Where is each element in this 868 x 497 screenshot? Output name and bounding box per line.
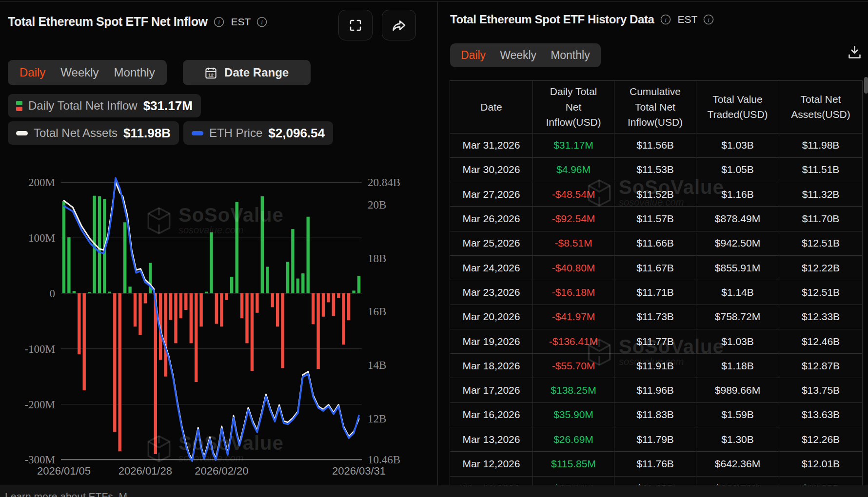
share-button[interactable] [382,10,416,40]
table-period-tab-group: Daily Weekly Monthly [450,43,601,67]
cell-daily-inflow: -$40.80M [533,255,614,280]
right-axis-tick: 16B [368,306,386,318]
tab-daily[interactable]: Daily [461,49,486,62]
cell-value-traded: $942.50M [696,231,779,255]
column-header: Total Value Traded(USD) [696,81,779,134]
inflow-bar [67,237,70,293]
inflow-bar [352,290,355,293]
cell-net-assets: $12.26B [779,427,863,452]
inflow-bar [179,293,182,318]
cell-date: Mar 23,2026 [450,280,533,305]
cell-daily-inflow: $57.01M [533,476,614,485]
cell-net-assets: $12.51B [779,231,863,255]
cell-date: Mar 13,2026 [450,427,533,452]
left-panel-header: Total Ethereum Spot ETF Net Inflow i EST… [8,15,268,29]
table-row: Mar 30,2026$4.96M$11.53B$1.05B$11.51B [450,157,863,182]
cell-value-traded: $1.18B [696,354,779,378]
column-header: Total Net Assets(USD) [779,81,863,134]
cell-date: Mar 20,2026 [450,305,533,329]
inflow-bar [169,293,172,320]
cell-cumulative-inflow: $11.57B [614,207,696,231]
cell-cumulative-inflow: $11.96B [614,378,696,402]
inflow-bar [215,293,218,324]
cell-date: Mar 27,2026 [450,182,533,207]
inflow-bar [291,229,294,293]
right-axis-tick: 18B [368,252,386,265]
svg-text:i: i [261,18,263,25]
inflow-bar [159,293,162,360]
cell-date: Mar 17,2026 [450,378,533,402]
cell-daily-inflow: -$136.41M [533,329,614,353]
cell-cumulative-inflow: $11.65B [614,476,696,485]
date-range-button[interactable]: 12 Date Range [183,60,311,85]
legend-daily-net-inflow[interactable]: Daily Total Net Inflow $31.17M [8,94,201,117]
download-icon [847,45,862,60]
info-icon[interactable]: i [703,14,714,25]
cell-daily-inflow: -$8.51M [533,231,614,255]
legend-row: Total Net Assets $11.98B ETH Price $2,09… [8,121,333,145]
cell-net-assets: $12.87B [779,354,863,378]
inflow-bar [251,293,254,371]
cell-net-assets: $11.70B [779,207,863,231]
cell-date: Mar 30,2026 [450,157,533,182]
cell-net-assets: $13.75B [779,378,863,402]
inflow-bar [347,293,350,320]
cell-date: Mar 25,2026 [450,231,533,255]
legend-value: $2,096.54 [268,126,325,141]
inflow-chart[interactable]: 200M100M0-100M-200M-300M20.84B20B18B16B1… [0,146,437,487]
info-icon[interactable]: i [213,16,225,28]
inflow-bar [342,293,345,344]
inflow-bar [195,293,197,382]
info-icon[interactable]: i [256,16,268,28]
legend-row: Daily Total Net Inflow $31.17M [8,94,201,117]
inflow-bar [205,292,208,293]
legend-eth-price[interactable]: ETH Price $2,096.54 [183,121,333,145]
inflow-bar [138,293,141,335]
cell-cumulative-inflow: $11.79B [614,427,696,452]
left-axis-tick: -200M [24,399,55,411]
download-button[interactable] [847,45,862,62]
svg-text:i: i [665,16,667,23]
inflow-bar [225,293,228,300]
inflow-bar [78,293,80,354]
legend-label: ETH Price [209,126,262,140]
info-icon[interactable]: i [660,14,671,25]
cell-value-traded: $1.05B [696,157,779,182]
table-row: Mar 25,2026-$8.51M$11.66B$942.50M$12.51B [450,231,863,255]
inflow-bar [123,222,126,293]
right-axis-tick: 10.46B [368,454,400,466]
column-header: Cumulative Total Net Inflow(USD) [614,81,696,134]
table-row: Mar 16,2026$35.90M$11.83B$1.59B$13.63B [450,402,863,427]
fullscreen-button[interactable] [338,10,373,40]
cell-value-traded: $989.66M [696,378,779,402]
net-inflow-chart-panel: Total Ethereum Spot ETF Net Inflow i EST… [0,2,437,485]
cell-value-traded: $1.14B [696,280,779,305]
inflow-bar [322,293,325,317]
footer-strip: Learn more about ETFs. M [0,485,868,497]
cell-date: Mar 26,2026 [450,207,533,231]
cell-cumulative-inflow: $11.73B [614,305,696,329]
cell-cumulative-inflow: $11.52B [614,182,696,207]
inflow-bar [271,293,274,307]
legend-total-net-assets[interactable]: Total Net Assets $11.98B [8,121,179,145]
inflow-bar [108,292,111,293]
tab-daily[interactable]: Daily [20,66,45,79]
tab-monthly[interactable]: Monthly [114,66,155,79]
right-axis-tick: 20B [368,199,386,211]
legend-label: Daily Total Net Inflow [28,99,138,113]
footer-partial-text: Learn more about ETFs. M [5,491,127,497]
cell-net-assets: $11.98B [779,133,863,157]
table-row: Mar 17,2026$138.25M$11.96B$989.66M$13.75… [450,378,863,402]
inflow-bar [62,201,65,293]
tab-weekly[interactable]: Weekly [500,49,536,62]
x-axis-tick: 2026/01/05 [37,465,91,477]
tab-weekly[interactable]: Weekly [60,66,99,79]
tab-monthly[interactable]: Monthly [551,49,590,62]
right-axis-tick: 12B [368,413,386,425]
cell-cumulative-inflow: $11.66B [614,231,696,255]
inflow-bar [73,291,76,293]
cell-daily-inflow: $31.17M [533,133,614,157]
cell-net-assets: $11.51B [779,157,863,182]
cell-date: Mar 16,2026 [450,402,533,427]
table-scrollbar-thumb[interactable] [864,77,868,94]
